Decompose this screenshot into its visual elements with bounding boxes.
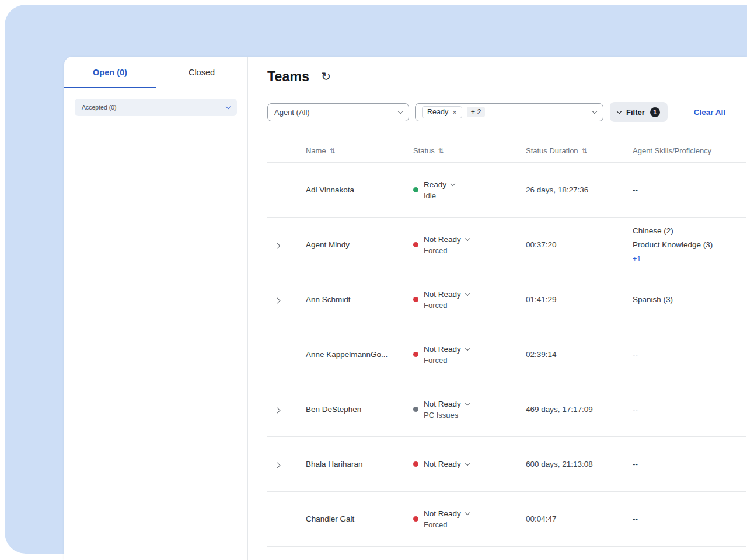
table-body: Adi Vinnakota Ready Idle 26 days, 18:27:… bbox=[267, 163, 746, 547]
filter-row: Agent (All) Ready × + 2 Filter 1 Clear bbox=[267, 102, 747, 122]
sort-icon[interactable]: ⇅ bbox=[582, 147, 588, 155]
status-lines: Not Ready Forced bbox=[424, 509, 469, 529]
status-duration: 469 days, 17:17:09 bbox=[526, 405, 633, 414]
status-dropdown[interactable]: Not Ready bbox=[424, 460, 469, 468]
table-row[interactable]: Ann Schmidt Not Ready Forced 01:41:29 Sp… bbox=[267, 272, 746, 327]
chevron-down-icon bbox=[451, 181, 455, 186]
status-label: Not Ready bbox=[424, 400, 461, 408]
column-header-status[interactable]: Status ⇅ bbox=[413, 146, 526, 155]
sort-icon[interactable]: ⇅ bbox=[330, 147, 336, 155]
tab-open[interactable]: Open (0) bbox=[64, 57, 156, 88]
status-dot bbox=[413, 461, 418, 467]
table-row[interactable]: Bhala Hariharan Not Ready 600 days, 21:1… bbox=[267, 437, 746, 492]
status-chip-label: Ready bbox=[427, 108, 448, 116]
chevron-right-icon bbox=[275, 243, 281, 249]
status-cell: Ready Idle bbox=[413, 180, 526, 200]
agent-filter-value: Agent (All) bbox=[274, 108, 310, 117]
tab-closed-label: Closed bbox=[189, 68, 215, 77]
row-expander[interactable] bbox=[267, 459, 306, 470]
chevron-down-icon bbox=[465, 236, 470, 240]
sub-status-label: Forced bbox=[424, 520, 469, 529]
skill-item: Product Knowledge (3) bbox=[633, 238, 746, 252]
tab-closed[interactable]: Closed bbox=[156, 57, 247, 88]
status-dropdown[interactable]: Not Ready bbox=[424, 345, 469, 354]
status-lines: Not Ready Forced bbox=[424, 290, 469, 310]
status-dot bbox=[413, 407, 418, 412]
chevron-down-icon bbox=[465, 400, 470, 405]
status-lines: Not Ready bbox=[424, 460, 469, 468]
status-chip-more: + 2 bbox=[467, 107, 486, 117]
status-filter-chips: Ready × + 2 bbox=[422, 106, 485, 118]
agent-skills: -- bbox=[633, 348, 746, 362]
filter-count-badge: 1 bbox=[650, 107, 660, 117]
status-filter-dropdown[interactable]: Ready × + 2 bbox=[415, 103, 603, 121]
status-label: Not Ready bbox=[424, 235, 461, 244]
sub-status-label: PC Issues bbox=[424, 411, 469, 419]
chip-close-icon[interactable]: × bbox=[452, 108, 457, 117]
status-cell: Not Ready Forced bbox=[413, 345, 526, 365]
clear-all-link[interactable]: Clear All bbox=[694, 108, 725, 117]
status-cell: Not Ready Forced bbox=[413, 235, 526, 255]
agents-table: Name ⇅ Status ⇅ Status Duration ⇅ Agent … bbox=[267, 139, 747, 547]
skill-item: -- bbox=[633, 512, 746, 526]
table-row[interactable]: Adi Vinnakota Ready Idle 26 days, 18:27:… bbox=[267, 163, 746, 218]
skill-item: -- bbox=[633, 183, 746, 197]
status-cell: Not Ready bbox=[413, 460, 526, 468]
row-expander[interactable] bbox=[267, 240, 306, 250]
chevron-down-icon bbox=[465, 510, 470, 514]
chevron-down-icon bbox=[226, 104, 231, 108]
sort-icon[interactable]: ⇅ bbox=[438, 147, 444, 155]
status-cell: Not Ready Forced bbox=[413, 509, 526, 529]
table-row[interactable]: Ben DeStephen Not Ready PC Issues 469 da… bbox=[267, 382, 746, 437]
status-duration: 600 days, 21:13:08 bbox=[526, 460, 633, 468]
column-header-name[interactable]: Name ⇅ bbox=[306, 146, 413, 155]
status-duration: 02:39:14 bbox=[526, 350, 633, 359]
skills-more-link[interactable]: +1 bbox=[633, 252, 746, 266]
status-dropdown[interactable]: Ready bbox=[424, 180, 455, 189]
skill-item: -- bbox=[633, 402, 746, 416]
status-dropdown[interactable]: Not Ready bbox=[424, 400, 469, 408]
sub-status-label: Forced bbox=[424, 246, 469, 255]
agent-skills: -- bbox=[633, 402, 746, 416]
row-expander[interactable] bbox=[267, 295, 306, 305]
accepted-accordion[interactable]: Accepted (0) bbox=[75, 99, 237, 116]
table-row[interactable]: Chandler Galt Not Ready Forced 00:04:47 … bbox=[267, 492, 746, 547]
status-dot bbox=[413, 242, 418, 247]
skill-item: -- bbox=[633, 348, 746, 362]
column-header-status-duration[interactable]: Status Duration ⇅ bbox=[526, 146, 633, 155]
chevron-down-icon bbox=[592, 108, 597, 113]
status-duration: 01:41:29 bbox=[526, 295, 633, 304]
status-cell: Not Ready PC Issues bbox=[413, 400, 526, 419]
chevron-right-icon bbox=[275, 298, 281, 303]
column-label: Status bbox=[413, 146, 435, 155]
sub-status-label: Forced bbox=[424, 356, 469, 365]
table-row[interactable]: Anne KappelmannGo... Not Ready Forced 02… bbox=[267, 327, 746, 382]
filter-button[interactable]: Filter 1 bbox=[610, 102, 668, 122]
agent-name: Ann Schmidt bbox=[306, 295, 413, 304]
sub-status-label: Forced bbox=[424, 301, 469, 310]
agent-skills: -- bbox=[633, 512, 746, 526]
table-header: Name ⇅ Status ⇅ Status Duration ⇅ Agent … bbox=[267, 139, 746, 163]
refresh-icon[interactable]: ↻ bbox=[321, 71, 331, 82]
status-label: Not Ready bbox=[424, 509, 461, 518]
sidebar-tabs: Open (0) Closed bbox=[64, 57, 247, 88]
chevron-down-icon bbox=[465, 290, 470, 295]
title-row: Teams ↻ bbox=[267, 65, 747, 88]
column-label: Name bbox=[306, 146, 326, 155]
agent-name: Anne KappelmannGo... bbox=[306, 350, 413, 359]
status-dropdown[interactable]: Not Ready bbox=[424, 290, 469, 299]
app-panel: Open (0) Closed Accepted (0) Teams ↻ Age… bbox=[64, 57, 747, 560]
chevron-right-icon bbox=[275, 462, 281, 468]
agent-name: Chandler Galt bbox=[306, 514, 413, 523]
status-lines: Not Ready PC Issues bbox=[424, 400, 469, 419]
agent-name: Adi Vinnakota bbox=[306, 186, 413, 194]
agent-filter-dropdown[interactable]: Agent (All) bbox=[267, 103, 409, 121]
status-dropdown[interactable]: Not Ready bbox=[424, 509, 469, 518]
status-chip-ready: Ready × bbox=[422, 106, 462, 118]
sub-status-label: Idle bbox=[424, 191, 455, 200]
table-row[interactable]: Agent Mindy Not Ready Forced 00:37:20 Ch… bbox=[267, 218, 746, 272]
status-dropdown[interactable]: Not Ready bbox=[424, 235, 469, 244]
row-expander[interactable] bbox=[267, 404, 306, 415]
agent-skills: Chinese (2)Product Knowledge (3)+1 bbox=[633, 224, 746, 266]
status-label: Not Ready bbox=[424, 460, 461, 468]
